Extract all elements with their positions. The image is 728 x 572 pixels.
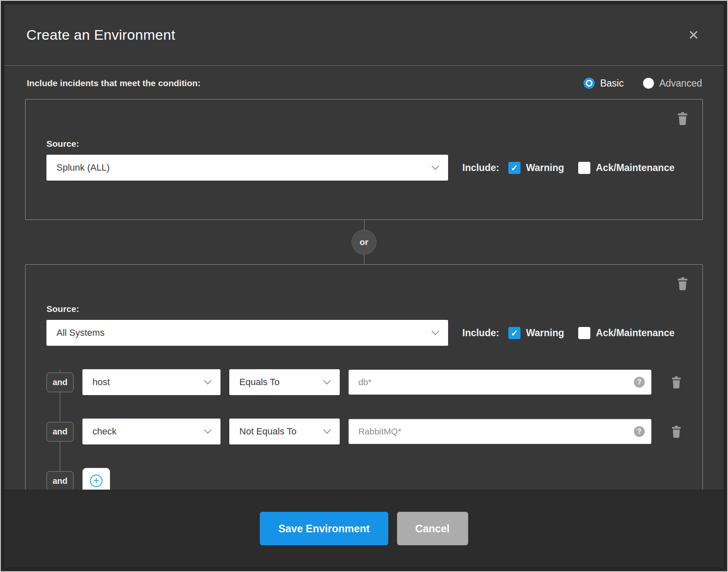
source-label: Source: xyxy=(46,304,682,314)
radio-option-advanced[interactable]: Advanced xyxy=(643,78,702,89)
rule-field-select[interactable]: host xyxy=(82,369,220,395)
include-label: Include: xyxy=(462,162,499,174)
help-icon[interactable]: ? xyxy=(634,377,645,388)
source-select-value: Splunk (ALL) xyxy=(56,162,110,173)
modal-window: Create an Environment ✕ Include incident… xyxy=(5,5,723,567)
source-select[interactable]: All Systems xyxy=(46,320,448,346)
radio-option-basic[interactable]: Basic xyxy=(584,78,623,89)
rule-row: and host Equals To ? xyxy=(46,369,682,395)
chevron-down-icon xyxy=(323,377,331,384)
warning-option[interactable]: ✓ Warning xyxy=(508,162,564,174)
rule-value-field: ? xyxy=(349,419,651,444)
warning-checkbox[interactable]: ✓ xyxy=(508,327,520,339)
modal-header: Create an Environment ✕ xyxy=(5,5,723,66)
check-icon: ✓ xyxy=(511,329,518,337)
rule-field-select[interactable]: check xyxy=(82,419,220,444)
rule-value-input[interactable] xyxy=(349,419,651,444)
cancel-button[interactable]: Cancel xyxy=(397,512,468,545)
warning-option[interactable]: ✓ Warning xyxy=(508,327,564,339)
and-badge: and xyxy=(46,373,74,392)
or-badge: or xyxy=(351,230,377,255)
chevron-down-icon xyxy=(431,327,439,335)
condition-group-1: Source: Splunk (ALL) Include: ✓ Warning xyxy=(25,99,703,220)
ack-maintenance-label: Ack/Maintenance xyxy=(596,162,674,174)
save-environment-button[interactable]: Save Environment xyxy=(260,512,388,545)
rule-operator-value: Not Equals To xyxy=(239,426,297,437)
ack-maintenance-label: Ack/Maintenance xyxy=(596,327,674,339)
rule-list: and host Equals To ? xyxy=(46,369,682,494)
and-badge: and xyxy=(46,471,74,491)
close-icon[interactable]: ✕ xyxy=(688,28,699,42)
source-select-value: All Systems xyxy=(56,327,105,338)
group-connector: or xyxy=(25,220,703,264)
source-select[interactable]: Splunk (ALL) xyxy=(46,155,448,181)
radio-advanced-label: Advanced xyxy=(659,78,702,89)
plus-icon: + xyxy=(90,475,103,487)
source-label: Source: xyxy=(46,139,682,149)
warning-checkbox[interactable]: ✓ xyxy=(508,162,520,174)
delete-rule-icon[interactable] xyxy=(671,376,682,388)
check-icon: ✓ xyxy=(511,163,518,172)
include-options: Include: ✓ Warning Ack/Maintenance xyxy=(462,162,674,174)
rule-row: and check Not Equals To ? xyxy=(46,419,682,444)
rule-field-value: host xyxy=(92,377,110,388)
chevron-down-icon xyxy=(323,426,331,434)
rule-value-field: ? xyxy=(349,370,651,395)
rule-field-value: check xyxy=(92,426,116,437)
condition-bar: Include incidents that meet the conditio… xyxy=(27,74,702,92)
delete-group-icon[interactable] xyxy=(677,112,688,125)
delete-rule-icon[interactable] xyxy=(671,426,682,438)
ack-maintenance-option[interactable]: Ack/Maintenance xyxy=(578,162,674,174)
ack-maintenance-checkbox[interactable] xyxy=(578,327,590,339)
rule-value-input[interactable] xyxy=(349,370,651,395)
condition-label: Include incidents that meet the conditio… xyxy=(27,78,200,88)
modal-title: Create an Environment xyxy=(26,27,175,43)
include-options: Include: ✓ Warning Ack/Maintenance xyxy=(462,327,674,339)
mode-radio-group: Basic Advanced xyxy=(584,78,702,89)
chevron-down-icon xyxy=(204,377,211,384)
help-icon[interactable]: ? xyxy=(634,426,645,437)
warning-label: Warning xyxy=(526,162,564,174)
chevron-down-icon xyxy=(431,162,439,170)
rule-operator-select[interactable]: Equals To xyxy=(229,369,340,395)
warning-label: Warning xyxy=(526,327,564,339)
ack-maintenance-option[interactable]: Ack/Maintenance xyxy=(578,327,674,339)
rule-operator-select[interactable]: Not Equals To xyxy=(229,419,340,444)
modal-footer: Save Environment Cancel xyxy=(5,490,723,567)
radio-advanced-icon[interactable] xyxy=(643,78,654,89)
create-environment-modal: Create an Environment ✕ Include incident… xyxy=(0,0,728,572)
chevron-down-icon xyxy=(204,426,211,434)
ack-maintenance-checkbox[interactable] xyxy=(578,162,590,174)
include-label: Include: xyxy=(462,327,499,339)
delete-group-icon[interactable] xyxy=(677,277,688,290)
radio-basic-label: Basic xyxy=(600,78,623,89)
condition-group-2: Source: All Systems Include: ✓ Warning xyxy=(25,264,703,523)
radio-basic-icon[interactable] xyxy=(584,78,595,89)
rule-operator-value: Equals To xyxy=(239,377,279,388)
and-badge: and xyxy=(46,422,74,442)
